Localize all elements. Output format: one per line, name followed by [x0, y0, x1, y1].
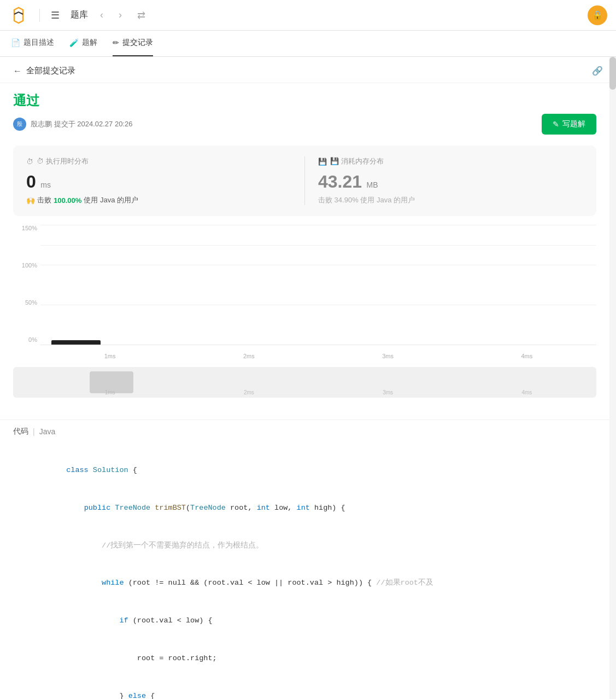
code-label: 代码 — [13, 427, 28, 436]
code-header: 代码 | Java — [0, 420, 616, 443]
y-label-100: 100% — [13, 262, 40, 269]
tab-solution-label: 题解 — [82, 38, 97, 48]
nav-title: 题库 — [71, 9, 88, 21]
scrollbar[interactable] — [609, 57, 616, 699]
submitter-row: 殷 殷志鹏 提交于 2024.02.27 20:26 ✎ 写题解 — [13, 114, 596, 135]
grid-line-150 — [40, 245, 596, 246]
description-icon: 📄 — [11, 38, 20, 47]
mem-beat-text: 击败 34.90% — [318, 196, 359, 204]
chart-bar — [51, 340, 101, 345]
user-icon[interactable]: 🔒 — [588, 5, 607, 25]
chart-area: 0% 50% 100% 150% 1ms 2ms — [13, 225, 596, 367]
write-solution-icon: ✎ — [553, 120, 559, 129]
mem-label: 💾 💾 消耗内存分布 — [318, 156, 583, 166]
chart-bar-group — [51, 340, 101, 345]
scroll-x-2ms: 2ms — [244, 389, 254, 395]
time-beat-pct: 100.00% — [54, 196, 81, 205]
code-line-2: public TreeNode trimBST(TreeNode root, i… — [13, 490, 603, 527]
scroll-x-3ms: 3ms — [383, 389, 393, 395]
chart-scroll-x-labels: 1ms 2ms 3ms 4ms — [40, 389, 596, 395]
chart-y-labels: 0% 50% 100% 150% — [13, 225, 40, 345]
submissions-icon: ✏ — [113, 38, 119, 47]
code-line-4: while (root != null && (root.val < low |… — [13, 564, 603, 602]
top-nav: ☰ 题库 ‹ › ⇄ 🔒 — [0, 0, 616, 31]
grid-line-top — [40, 225, 596, 225]
y-label-0: 0% — [13, 336, 40, 343]
solution-icon: 🧪 — [69, 38, 79, 47]
scrollbar-thumb[interactable] — [609, 57, 616, 90]
time-beat-prefix: 击败 — [37, 195, 51, 205]
x-label-1ms: 1ms — [104, 353, 116, 359]
nav-divider — [39, 9, 40, 22]
mem-stat-card: 💾 💾 消耗内存分布 43.21 MB 击败 34.90% 使用 Java 的用… — [318, 156, 583, 205]
avatar: 殷 — [13, 118, 26, 131]
submitter-text: 殷志鹏 提交于 2024.02.27 20:26 — [31, 119, 132, 129]
scroll-x-1ms: 1ms — [105, 389, 115, 395]
tab-submissions-label: 提交记录 — [122, 38, 153, 48]
write-solution-button[interactable]: ✎ 写题解 — [542, 114, 596, 135]
next-button[interactable]: › — [115, 7, 125, 23]
beat-icon: 🙌 — [26, 196, 35, 205]
tab-description[interactable]: 📄 题目描述 — [11, 31, 54, 56]
chart-main — [40, 225, 596, 345]
code-lang: Java — [39, 427, 56, 436]
tab-description-label: 题目描述 — [24, 38, 54, 48]
submission-header: ← 全部提交记录 🔗 — [0, 57, 616, 83]
x-label-3ms: 3ms — [382, 353, 394, 359]
code-line-3: //找到第一个不需要抛弃的结点，作为根结点。 — [13, 527, 603, 565]
back-button[interactable]: ← — [13, 66, 22, 76]
time-beat-row: 🙌 击败 100.00% 使用 Java 的用户 — [26, 195, 291, 205]
x-label-2ms: 2ms — [243, 353, 255, 359]
time-label: ⏱ ⏱ 执行用时分布 — [26, 156, 291, 166]
code-section: 代码 | Java class Solution { public TreeNo… — [0, 420, 616, 699]
chart-scroll-nav[interactable]: 1ms 2ms 3ms 4ms — [13, 367, 596, 398]
mem-beat-suffix: 使用 Java 的用户 — [360, 196, 415, 204]
time-beat-suffix: 使用 Java 的用户 — [84, 195, 138, 205]
submitter-info: 殷 殷志鹏 提交于 2024.02.27 20:26 — [13, 118, 132, 131]
stats-divider — [304, 156, 305, 205]
grid-line-100 — [40, 265, 596, 265]
x-label-4ms: 4ms — [521, 353, 532, 359]
time-value-row: 0 ms — [26, 172, 291, 192]
logo[interactable] — [9, 5, 28, 25]
tab-bar: 📄 题目描述 🧪 题解 ✏ 提交记录 — [0, 31, 616, 57]
link-icon[interactable]: 🔗 — [592, 66, 603, 76]
code-block: class Solution { public TreeNode trimBST… — [0, 443, 616, 699]
write-solution-label: 写题解 — [562, 119, 585, 129]
time-stat-card: ⏱ ⏱ 执行用时分布 0 ms 🙌 击败 100.00% 使用 Java 的用户 — [26, 156, 291, 205]
mem-value: 43.21 — [318, 172, 362, 191]
memory-icon: 💾 — [318, 158, 327, 166]
tab-solution[interactable]: 🧪 题解 — [69, 31, 97, 56]
list-icon: ☰ — [51, 9, 60, 21]
code-line-7: } else { — [13, 678, 603, 699]
timer-icon: ⏱ — [26, 158, 33, 166]
stats-row: ⏱ ⏱ 执行用时分布 0 ms 🙌 击败 100.00% 使用 Java 的用户 — [13, 145, 596, 216]
code-line-6: root = root.right; — [13, 640, 603, 678]
mem-unit: MB — [367, 180, 378, 189]
shuffle-button[interactable]: ⇄ — [134, 7, 149, 24]
scroll-x-4ms: 4ms — [521, 389, 532, 395]
code-header-divider: | — [33, 427, 35, 436]
code-line-5: if (root.val < low) { — [13, 602, 603, 640]
code-line-1: class Solution { — [13, 452, 603, 490]
time-unit: ms — [40, 180, 51, 189]
prev-button[interactable]: ‹ — [97, 7, 107, 23]
mem-beat-row: 击败 34.90% 使用 Java 的用户 — [318, 195, 583, 205]
tab-submissions[interactable]: ✏ 提交记录 — [113, 31, 153, 56]
mem-value-row: 43.21 MB — [318, 172, 583, 192]
y-label-50: 50% — [13, 299, 40, 306]
grid-line-50 — [40, 305, 596, 305]
submission-body: 通过 殷 殷志鹏 提交于 2024.02.27 20:26 ✎ 写题解 ⏱ ⏱ … — [0, 83, 616, 415]
chart-x-labels: 1ms 2ms 3ms 4ms — [40, 345, 596, 367]
main-content: ← 全部提交记录 🔗 通过 殷 殷志鹏 提交于 2024.02.27 20:26… — [0, 57, 616, 699]
section-title: 全部提交记录 — [26, 66, 75, 76]
time-value: 0 — [26, 172, 36, 191]
y-label-150: 150% — [13, 225, 40, 231]
status-badge: 通过 — [13, 92, 596, 109]
